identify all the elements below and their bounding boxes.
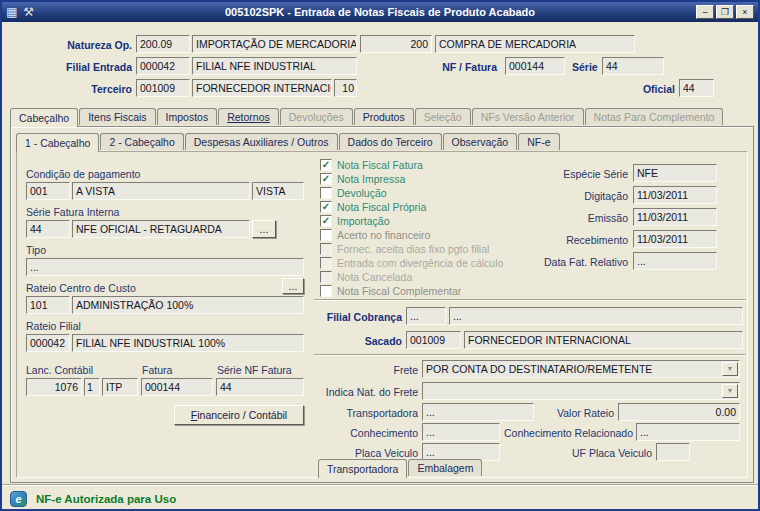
uf-placa-veiculo-field[interactable] [656,443,690,461]
serie-nf-fatura-field[interactable]: 44 [216,378,304,396]
tab-produtos[interactable]: Produtos [354,108,414,125]
checkbox-box [320,271,332,283]
filial-entrada-desc-field[interactable]: FILIAL NFE INDUSTRIAL [192,57,357,75]
terceiro-label: Terceiro [12,83,132,96]
frete-select[interactable]: POR CONTA DO DESTINATARIO/REMETENTE ▼ [422,360,740,378]
checkbox-nota-impressa[interactable]: ✓Nota Impressa [320,173,405,185]
nfe-status-icon: e [10,491,27,507]
subtab-despesas-auxiliares[interactable]: Despesas Auxiliares / Outros [185,133,338,150]
subtab-observacao[interactable]: Observação [443,133,518,150]
app-window: ▦ ⚒ 005102SPK - Entrada de Notas Fiscais… [0,0,760,511]
tab-retornos[interactable]: Retornos [218,108,279,125]
rateio-filial-desc-field[interactable]: FILIAL NFE INDUSTRIAL 100% [72,334,304,352]
checkbox-nota-fiscal-propria[interactable]: ✓Nota Fiscal Própria [320,201,426,213]
digitacao-field[interactable]: 11/03/2011 [633,186,717,204]
subtab-1-cabecalho[interactable]: 1 - Cabeçalho [16,133,99,152]
natureza-op-code-field[interactable]: 200.09 [136,35,190,53]
recebimento-label: Recebimento [512,234,628,247]
filial-cobranca-desc-field[interactable]: ... [449,307,743,325]
tipo-field[interactable]: ... [26,258,304,276]
conhecimento-field[interactable]: ... [422,423,500,441]
terceiro-loja-field[interactable]: 10 [334,79,357,97]
rateio-centro-custo-browse-button[interactable]: ... [282,278,304,294]
sacado-label: Sacado [312,335,402,348]
transportadora-field[interactable]: ... [422,403,534,421]
emissao-label: Emissão [512,212,628,225]
lanc-seq-field[interactable]: 1 [84,378,100,396]
checkbox-nota-fiscal-fatura[interactable]: ✓Nota Fiscal Fatura [320,159,423,171]
serie-fatura-interna-label: Série Fatura Interna [26,206,119,219]
frete-label: Frete [332,364,418,377]
tipo-operacao-desc-field[interactable]: COMPRA DE MERCADORIA [435,35,635,53]
frete-selected-value: POR CONTA DO DESTINATARIO/REMETENTE [426,363,652,375]
tab-cabecalho[interactable]: Cabeçalho [10,108,78,127]
maximize-button[interactable]: ❐ [716,5,734,19]
checkbox-label: Nota Fiscal Complementar [337,285,461,297]
natureza-op-desc-field[interactable]: IMPORTAÇÃO DE MERCADORIAS [192,35,357,53]
indica-nat-frete-select[interactable]: ▼ [422,382,740,400]
terceiro-code-field[interactable]: 001009 [136,79,190,97]
filial-entrada-code-field[interactable]: 000042 [136,57,190,75]
checkbox-box [320,187,332,199]
checkbox-nota-fiscal-complementar[interactable]: Nota Fiscal Complementar [320,285,461,297]
filial-cobranca-code-field[interactable]: ... [406,307,446,325]
especie-serie-field[interactable]: NFE [633,164,717,182]
tab-itens-fiscais[interactable]: Itens Fiscais [79,108,155,125]
chevron-down-icon[interactable]: ▼ [722,362,738,376]
data-fat-relativo-field[interactable]: ... [633,252,717,270]
condicao-pagamento-code-field[interactable]: 001 [26,182,70,200]
checkbox-acerto-no-financeiro[interactable]: Acerto no financeiro [320,229,430,241]
minimize-button[interactable]: – [696,5,714,19]
natureza-op-label: Natureza Op. [12,39,132,52]
tab-embalagem[interactable]: Embalagem [408,459,482,476]
nf-fatura-label: NF / Fatura [417,61,497,74]
terceiro-desc-field[interactable]: FORNECEDOR INTERNACIONAL [192,79,332,97]
checkbox-label: Fornec. aceita dias fixo pgto filial [337,243,489,255]
sacado-desc-field[interactable]: FORNECEDOR INTERNACIONAL [464,331,743,349]
tab-nfs-versao-anterior: NFs Versão Anterior [472,108,584,125]
subtab-dados-do-terceiro[interactable]: Dados do Terceiro [339,133,442,150]
tipo-operacao-code-field[interactable]: 200 [360,35,432,53]
serie-field[interactable]: 44 [602,57,664,75]
checkbox-label: Nota Impressa [337,173,405,185]
title-bar[interactable]: ▦ ⚒ 005102SPK - Entrada de Notas Fiscais… [2,2,758,22]
valor-rateio-field[interactable]: 0.00 [618,403,740,421]
main-tab-strip: Cabeçalho Itens Fiscais Impostos Retorno… [10,108,724,127]
rateio-centro-custo-desc-field[interactable]: ADMINISTRAÇÃO 100% [72,296,304,314]
sacado-code-field[interactable]: 001009 [406,331,461,349]
window-title: 005102SPK - Entrada de Notas Fiscais de … [92,6,668,18]
chevron-down-icon[interactable]: ▼ [722,384,738,398]
condicao-pagamento-tipo-field[interactable]: VISTA [252,182,304,200]
rateio-centro-custo-code-field[interactable]: 101 [26,296,70,314]
tipo-label: Tipo [26,244,46,257]
sub-tab-strip: 1 - Cabeçalho 2 - Cabeçalho Despesas Aux… [16,133,561,152]
nf-fatura-field[interactable]: 000144 [505,57,565,75]
status-message: NF-e Autorizada para Uso [36,493,176,505]
tab-transportadora[interactable]: Transportadora [318,459,407,478]
fatura-field[interactable]: 000144 [141,378,213,396]
checkbox-devolucao[interactable]: Devolução [320,187,387,199]
condicao-pagamento-desc-field[interactable]: A VISTA [72,182,250,200]
lanc-contabil-field[interactable]: 1076 [26,378,82,396]
checkbox-box [320,257,332,269]
transportadora-label: Transportadora [318,407,418,420]
especie-serie-label: Espécie Série [512,168,628,181]
rateio-filial-code-field[interactable]: 000042 [26,334,70,352]
checkbox-importacao[interactable]: ✓Importação [320,215,390,227]
serie-fatura-code-field[interactable]: 44 [26,220,70,238]
subtab-nfe[interactable]: NF-e [518,133,559,150]
checkbox-label: Nota Cancelada [337,271,412,283]
serie-fatura-browse-button[interactable]: ... [252,220,276,238]
lanc-tipo-field[interactable]: ITP [102,378,138,396]
oficial-field[interactable]: 44 [679,79,714,97]
tab-impostos[interactable]: Impostos [157,108,218,125]
subtab-2-cabecalho[interactable]: 2 - Cabeçalho [100,133,183,150]
close-button[interactable]: × [736,5,754,19]
recebimento-field[interactable]: 11/03/2011 [633,230,717,248]
conhecimento-relacionado-field[interactable]: ... [636,423,740,441]
digitacao-label: Digitação [512,190,628,203]
serie-fatura-desc-field[interactable]: NFE OFICIAL - RETAGUARDA [72,220,250,238]
serie-label: Série [572,61,598,74]
financeiro-contabil-button[interactable]: Financeiro / Contábil [174,405,304,425]
emissao-field[interactable]: 11/03/2011 [633,208,717,226]
